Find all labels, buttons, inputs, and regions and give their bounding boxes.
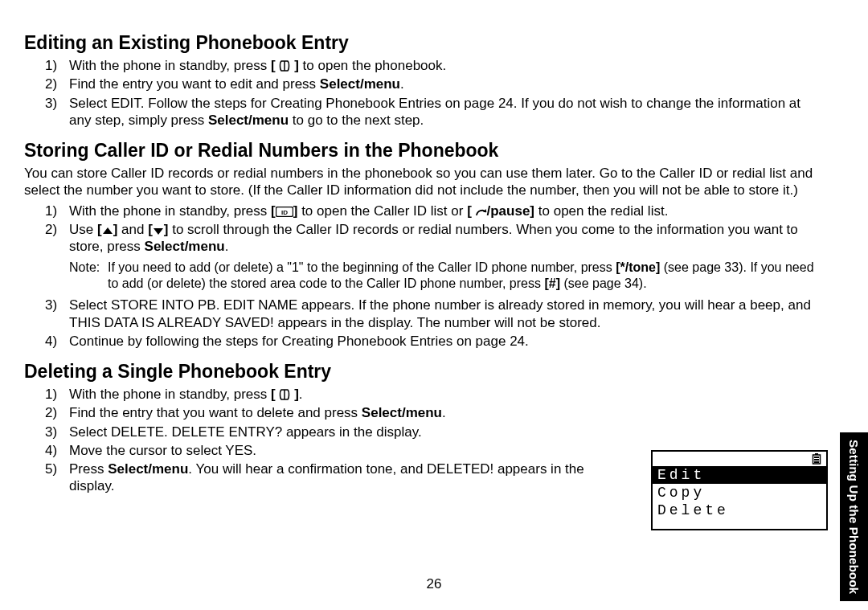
svg-text:ID: ID <box>281 209 288 216</box>
lcd-status-row <box>653 452 826 466</box>
storing-steps: With the phone in standby, press [ID] to… <box>45 203 820 256</box>
cid-key: [ID] <box>271 203 297 219</box>
select-menu-key: Select/menu <box>362 405 442 420</box>
manual-page: Editing an Existing Phonebook Entry With… <box>0 0 868 610</box>
phonebook-key: [ ] <box>271 58 299 73</box>
page-number: 26 <box>0 576 868 592</box>
up-key: [] <box>97 222 117 237</box>
phonebook-icon <box>279 60 290 72</box>
select-menu-key: Select/menu <box>320 76 400 92</box>
list-item: Continue by following the steps for Crea… <box>45 333 820 350</box>
list-item: With the phone in standby, press [ ]. <box>45 386 619 403</box>
lcd-menu-item-delete: Delete <box>653 502 826 519</box>
heading-editing: Editing an Existing Phonebook Entry <box>24 32 820 54</box>
phone-lcd-display: Edit Copy Delete <box>651 450 828 530</box>
lcd-menu-item-copy: Copy <box>653 484 826 502</box>
note-block: Note: If you need to add (or delete) a "… <box>69 260 820 292</box>
redial-icon <box>476 207 487 217</box>
storing-steps-cont: Select STORE INTO PB. EDIT NAME appears.… <box>45 297 820 350</box>
redial-pause-key: [ /pause] <box>467 203 534 219</box>
tone-key: [*/tone] <box>616 260 660 274</box>
battery-icon <box>812 453 821 465</box>
list-item: Select DELETE. DELETE ENTRY? appears in … <box>45 424 619 440</box>
deleting-steps: With the phone in standby, press [ ]. Fi… <box>45 386 619 495</box>
list-item: Select STORE INTO PB. EDIT NAME appears.… <box>45 297 820 331</box>
storing-intro: You can store Caller ID records or redia… <box>24 165 820 199</box>
select-menu-key: Select/menu <box>108 461 188 477</box>
section-tab: Setting Up the Phonebook <box>840 432 868 601</box>
list-item: Find the entry that you want to delete a… <box>45 404 619 421</box>
note-label: Note: <box>69 260 100 276</box>
editing-steps: With the phone in standby, press [ ] to … <box>45 57 820 129</box>
list-item: With the phone in standby, press [ID] to… <box>45 203 820 219</box>
up-arrow-icon <box>102 227 113 235</box>
list-item: Select EDIT. Follow the steps for Creati… <box>45 95 820 129</box>
svg-rect-5 <box>814 459 819 461</box>
cid-icon: ID <box>276 207 293 217</box>
select-menu-key: Select/menu <box>208 113 289 128</box>
phonebook-icon <box>279 389 290 400</box>
down-arrow-icon <box>153 227 164 235</box>
svg-rect-4 <box>814 456 819 458</box>
heading-storing: Storing Caller ID or Redial Numbers in t… <box>24 140 820 162</box>
list-item: Find the entry you want to edit and pres… <box>45 76 820 92</box>
heading-deleting: Deleting a Single Phonebook Entry <box>24 361 820 383</box>
list-item: Move the cursor to select YES. <box>45 442 619 459</box>
list-item: Press Select/menu. You will hear a confi… <box>45 461 619 495</box>
svg-rect-6 <box>814 461 819 463</box>
down-key: [] <box>148 222 168 237</box>
hash-key: [#] <box>544 276 560 290</box>
list-item: With the phone in standby, press [ ] to … <box>45 57 820 74</box>
lcd-menu-item-edit: Edit <box>653 466 826 484</box>
select-menu-key: Select/menu <box>145 239 225 254</box>
phonebook-key: [ ] <box>271 387 299 402</box>
list-item: Use [] and [] to scroll through the Call… <box>45 221 820 256</box>
